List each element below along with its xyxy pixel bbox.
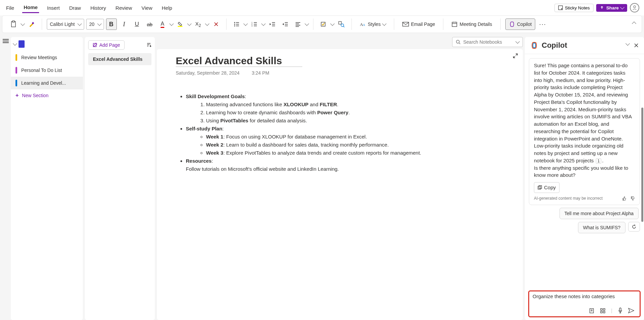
section-personal-todo[interactable]: Personal To Do List <box>11 64 83 77</box>
chevron-down-icon[interactable] <box>261 22 266 26</box>
menu-review[interactable]: Review <box>114 3 133 13</box>
font-name-select[interactable]: Calibri Light <box>47 19 84 30</box>
send-icon[interactable] <box>628 308 634 313</box>
share-button[interactable]: Share <box>596 4 627 12</box>
svg-rect-3 <box>12 21 14 22</box>
menu-draw[interactable]: Draw <box>68 3 82 13</box>
page-title[interactable]: Excel Advanced Skills <box>176 55 302 67</box>
svg-point-1 <box>634 6 636 8</box>
svg-rect-27 <box>603 311 605 313</box>
text-bold: Week 2 <box>206 142 223 148</box>
indent-button[interactable] <box>280 18 291 30</box>
notebook-context-icon[interactable] <box>589 308 595 314</box>
font-size-select[interactable]: 20 <box>86 19 104 30</box>
menu-view[interactable]: View <box>140 3 154 13</box>
section-review-meetings[interactable]: Review Meetings <box>11 51 83 64</box>
text-bold: XLOOKUP <box>283 102 308 107</box>
share-label: Share <box>606 5 619 10</box>
chevron-down-icon[interactable] <box>205 22 209 26</box>
chevron-down-icon[interactable] <box>187 22 192 26</box>
note-canvas[interactable]: Excel Advanced Skills Saturday, Septembe… <box>157 49 523 320</box>
scrollbar-thumb[interactable] <box>641 108 643 222</box>
suggestion-sumifs[interactable]: What is SUMIFS? <box>578 222 625 233</box>
copilot-title: Copilot <box>542 41 567 50</box>
search-placeholder: Search Notebooks <box>463 39 502 45</box>
chevron-down-icon <box>620 5 624 9</box>
font-color-button[interactable]: A <box>157 18 168 30</box>
menu-help[interactable]: Help <box>161 3 174 13</box>
align-button[interactable] <box>293 18 303 30</box>
page-item-excel-advanced[interactable]: Excel Advanced Skills <box>88 53 151 65</box>
copilot-ribbon-button[interactable]: Copilot <box>505 18 536 30</box>
note-content[interactable]: Skill Development Goals: Mastering advan… <box>176 92 504 173</box>
underline-button[interactable]: U <box>132 18 142 30</box>
thumbs-up-icon[interactable] <box>621 196 626 201</box>
find-tags-button[interactable] <box>336 18 347 30</box>
notebook-header[interactable] <box>11 39 83 51</box>
highlight-button[interactable] <box>175 18 186 30</box>
prompt-gallery-icon[interactable] <box>600 308 606 314</box>
section-learning-development[interactable]: Learning and Devel... <box>11 77 83 89</box>
format-painter-button[interactable] <box>26 18 37 30</box>
chevron-down-icon[interactable] <box>305 22 309 26</box>
ribbon: Calibri Light 20 B I U ab A X2 123 <box>2 15 642 33</box>
bold-button[interactable]: B <box>106 18 117 30</box>
svg-rect-0 <box>558 6 563 10</box>
clear-formatting-button[interactable] <box>211 18 222 30</box>
search-icon <box>456 40 461 44</box>
sticky-notes-button[interactable]: Sticky Notes <box>554 4 594 12</box>
heading-resources: Resources <box>186 158 212 164</box>
copilot-input-text[interactable]: Organize these notes into categories <box>533 293 636 306</box>
svg-rect-26 <box>601 311 602 313</box>
new-section-button[interactable]: + New Section <box>11 89 83 102</box>
user-avatar[interactable] <box>630 3 639 12</box>
menu-home[interactable]: Home <box>22 2 39 13</box>
calendar-icon <box>451 21 457 27</box>
chevron-down-icon[interactable] <box>625 41 630 46</box>
refresh-suggestions-button[interactable] <box>628 222 640 232</box>
search-notebooks-input[interactable]: Search Notebooks <box>452 37 523 47</box>
strikethrough-button[interactable]: ab <box>144 18 155 30</box>
bullets-button[interactable] <box>231 18 242 30</box>
subscript-button[interactable]: X2 <box>193 18 204 30</box>
chevron-down-icon[interactable] <box>243 22 248 26</box>
svg-rect-13 <box>339 22 341 24</box>
menu-insert[interactable]: Insert <box>46 3 61 13</box>
hamburger-button[interactable] <box>3 39 9 320</box>
copy-button[interactable]: Copy <box>534 182 560 193</box>
meeting-details-button[interactable]: Meeting Details <box>448 18 496 30</box>
chevron-down-icon[interactable] <box>330 22 335 26</box>
reference-badge[interactable]: 1 <box>596 158 602 164</box>
close-icon[interactable] <box>634 43 639 48</box>
top-right-controls: Sticky Notes Share <box>554 3 639 12</box>
copilot-input[interactable]: Organize these notes into categories | <box>528 290 641 317</box>
text-bold: Week 3 <box>206 150 223 156</box>
suggestion-project-alpha[interactable]: Tell me more about Project Alpha <box>560 208 639 219</box>
expand-icon[interactable] <box>513 53 518 58</box>
paste-button[interactable] <box>8 18 19 30</box>
copilot-message: Sure! This page contains a personal to-d… <box>529 58 640 205</box>
ribbon-more-button[interactable]: ··· <box>537 18 548 30</box>
email-page-button[interactable]: Email Page <box>399 18 439 30</box>
numbering-button[interactable]: 123 <box>249 18 260 30</box>
outdent-button[interactable] <box>267 18 278 30</box>
section-color-icon <box>15 80 17 86</box>
text: Learning how to create dynamic dashboard… <box>206 110 317 115</box>
text-bold: PivotTables <box>221 118 248 123</box>
italic-button[interactable]: I <box>119 18 130 30</box>
copilot-icon <box>530 41 538 49</box>
microphone-icon[interactable] <box>618 308 623 314</box>
thumbs-down-icon[interactable] <box>630 196 635 201</box>
tag-button[interactable] <box>318 18 329 30</box>
menu-file[interactable]: File <box>5 3 15 13</box>
text: . <box>348 110 350 115</box>
chevron-down-icon[interactable] <box>21 22 25 26</box>
menu-history[interactable]: History <box>89 3 107 13</box>
add-page-button[interactable]: Add Page <box>88 40 125 50</box>
chevron-down-icon <box>13 41 17 46</box>
collapse-ribbon-icon[interactable] <box>632 22 636 26</box>
sort-icon[interactable] <box>146 42 151 48</box>
svg-rect-25 <box>603 309 605 310</box>
chevron-down-icon[interactable] <box>169 22 174 26</box>
styles-button[interactable]: AA Styles <box>357 18 389 30</box>
